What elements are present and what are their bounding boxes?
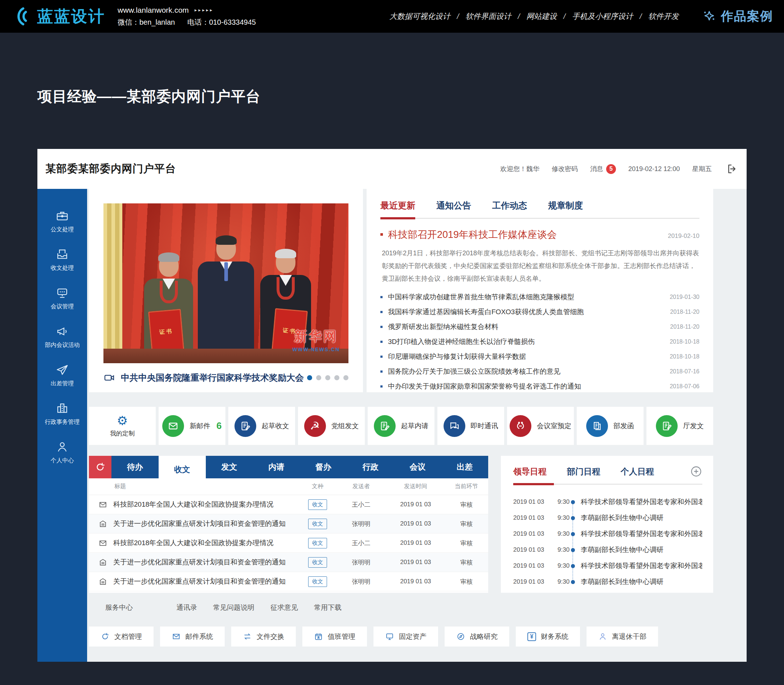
app-fixed-assets[interactable]: 固定资产	[374, 627, 438, 646]
schedule-entry[interactable]: 2019 01 039:30李萌副部长到生物中心调研	[513, 510, 702, 526]
carousel-caption[interactable]: 中共中央国务院隆重举行国家科学技术奖励大会	[121, 372, 304, 383]
link-service-center[interactable]: 服务中心	[105, 603, 133, 612]
carousel-dot[interactable]	[316, 375, 321, 380]
change-password-link[interactable]: 修改密码	[552, 164, 578, 173]
news-item[interactable]: 我国科学家通过基因编辑长寿蛋白FOXO3获得优质人类血管细胞2018-11-20	[381, 304, 700, 319]
news-item[interactable]: 中办印发关于做好国家勋章和国家荣誉称号提名评选工作的通知2018-07-06	[381, 379, 700, 394]
task-tab-meeting[interactable]: 会议	[394, 456, 441, 478]
news-item[interactable]: 俄罗斯研发出新型纳米磁性复合材料2018-11-20	[381, 319, 700, 334]
task-tab-supervision[interactable]: 督办	[300, 456, 347, 478]
schedule-entry[interactable]: 2019 01 039:30科学技术部领导看望外国老专家和外国老专家家属	[513, 526, 702, 542]
doc-type-badge: 收文	[308, 499, 327, 510]
action-draft-internal[interactable]: 起草内请	[368, 407, 434, 445]
carousel-dot[interactable]	[325, 375, 330, 380]
sidebar-item-label: 部内会议活动	[45, 341, 80, 349]
carousel-dot[interactable]	[343, 375, 348, 380]
messages-link[interactable]: 消息 5	[590, 164, 616, 174]
app-mail-system[interactable]: 邮件系统	[160, 627, 225, 646]
inbox-doc-icon	[55, 248, 69, 261]
tab-notices[interactable]: 通知公告	[436, 200, 471, 211]
envelope-icon	[162, 415, 184, 437]
doc-pen-icon	[656, 415, 678, 437]
nav-item-mobile[interactable]: 手机及小程序设计	[557, 11, 633, 21]
nav-item-bigdata[interactable]: 大数据可视化设计	[389, 11, 450, 21]
tab-department-schedule[interactable]: 部门日程	[567, 466, 600, 477]
carousel-dot[interactable]	[334, 375, 339, 380]
link-downloads[interactable]: 常用下载	[314, 603, 342, 612]
schedule-entry[interactable]: 2019 01 039:30李萌副部长到生物中心调研	[513, 542, 702, 558]
tab-personal-schedule[interactable]: 个人日程	[620, 466, 654, 477]
table-row[interactable]: 关于进一步优化国家重点研发计划项目和资金管理的通知 收文 张明明 2019 01…	[89, 572, 488, 591]
nav-item-software-ui[interactable]: 软件界面设计	[450, 11, 512, 21]
action-meeting-room-booking[interactable]: 会议室预定	[507, 407, 574, 445]
action-instant-messaging[interactable]: 即时通讯	[437, 407, 504, 445]
tab-regulations[interactable]: 规章制度	[548, 200, 583, 211]
link-faq[interactable]: 常见问题说明	[213, 603, 254, 612]
app-file-exchange[interactable]: 文件交换	[231, 627, 296, 646]
logout-icon[interactable]	[726, 163, 738, 175]
table-row[interactable]: 科技部2018年全国人大建议和全国政协提案办理情况 收文 王小二 2019 01…	[89, 495, 488, 514]
nav-item-dev[interactable]: 软件开发	[633, 11, 679, 21]
award-ceremony-photo[interactable]: 证书 证书	[104, 203, 348, 363]
portfolio-link[interactable]: 作品案例	[702, 8, 773, 25]
lanlan-logo-icon	[11, 6, 32, 27]
table-row[interactable]: 关于进一步优化国家重点研发计划项目和资金管理的通知 收文 张明明 2019 01…	[89, 514, 488, 534]
portal-content: 证书 证书	[87, 189, 747, 662]
mail-open-icon	[98, 577, 107, 586]
link-contacts[interactable]: 通讯录	[177, 603, 197, 612]
task-tab-incoming[interactable]: 收文	[159, 456, 206, 484]
entry-title: 科学技术部领导看望外国老专家和外国老专家家属	[581, 529, 702, 539]
tab-leader-schedule[interactable]: 领导日程	[513, 466, 547, 477]
news-item[interactable]: 印尼珊瑚礁保护与修复计划获得大量科学数据2018-10-18	[381, 349, 700, 364]
action-ministry-letter[interactable]: 部发函	[577, 407, 643, 445]
tab-work-trends[interactable]: 工作动态	[492, 200, 527, 211]
website-url[interactable]: www.lanlanwork.com	[118, 6, 189, 15]
app-retired-cadres[interactable]: 离退休干部	[586, 627, 658, 646]
portfolio-label: 作品案例	[721, 8, 773, 25]
carousel-dot[interactable]	[307, 375, 312, 380]
app-document-management[interactable]: 文档管理	[89, 627, 154, 646]
link-feedback[interactable]: 征求意见	[271, 603, 298, 612]
task-tab-outgoing[interactable]: 发文	[206, 456, 253, 478]
featured-title[interactable]: 科技部召开2019年科技工作媒体座谈会	[381, 228, 557, 241]
schedule-entry[interactable]: 2019 01 039:30李萌副部长到生物中心调研	[513, 574, 702, 590]
task-tab-admin[interactable]: 行政	[347, 456, 394, 478]
refresh-button[interactable]	[89, 456, 112, 478]
task-tab-todo[interactable]: 待办	[112, 456, 159, 478]
action-draft-incoming[interactable]: 起草收文	[228, 407, 295, 445]
row-date: 2019 01 03	[387, 558, 445, 566]
logo[interactable]: 蓝蓝设计	[11, 6, 105, 27]
sidebar-item-meetings[interactable]: 会议管理	[37, 279, 87, 317]
schedule-entry[interactable]: 2019 01 039:30科学技术部领导看望外国老专家和外国老专家家属	[513, 558, 702, 574]
building-icon	[55, 402, 69, 415]
mail-open-icon	[98, 558, 107, 567]
tab-recent-updates[interactable]: 最近更新	[381, 200, 415, 211]
news-item[interactable]: 3D打印植入物促进神经细胞生长以治疗脊髓损伤2018-10-18	[381, 334, 700, 349]
action-new-mail[interactable]: 新邮件 6	[159, 407, 225, 445]
sidebar-item-travel[interactable]: 出差管理	[37, 356, 87, 394]
app-duty-management[interactable]: 值班管理	[302, 627, 367, 646]
sidebar-item-admin[interactable]: 行政事务管理	[37, 394, 87, 433]
sidebar-item-personal[interactable]: 个人中心	[37, 433, 87, 471]
sidebar-item-documents[interactable]: 公文处理	[37, 202, 87, 240]
news-item[interactable]: 国务院办公厅关于加强三级公立医院绩效考核工作的意见2018-07-16	[381, 364, 700, 379]
task-tab-travel[interactable]: 出差	[441, 456, 488, 478]
entry-date: 2019 01 03	[513, 498, 557, 506]
schedule-entry[interactable]: 2019 01 039:30科学技术部领导看望外国老专家和外国老专家家属	[513, 494, 702, 510]
news-item-title: 国务院办公厅关于加强三级公立医院绩效考核工作的意见	[388, 367, 665, 376]
table-row[interactable]: 关于进一步优化国家重点研发计划项目和资金管理的通知 收文 张明明 2019 01…	[89, 553, 488, 572]
news-item[interactable]: 中国科学家成功创建世界首批生物节律紊乱体细胞克隆猴模型2019-01-30	[381, 289, 700, 304]
entry-time: 9:30	[557, 546, 573, 554]
action-party-dispatch[interactable]: ☭ 党组发文	[298, 407, 365, 445]
table-row[interactable]: 科技部2018年全国人大建议和全国政协提案办理情况 收文 王小二 2019 01…	[89, 534, 488, 553]
action-office-dispatch[interactable]: 厅发文	[646, 407, 713, 445]
add-schedule-icon[interactable]	[690, 465, 702, 477]
task-tab-internal[interactable]: 内请	[253, 456, 300, 478]
sidebar-item-activities[interactable]: 部内会议活动	[37, 317, 87, 356]
app-strategic-research[interactable]: 战略研究	[445, 627, 509, 646]
action-my-customization[interactable]: ⚙ 我的定制	[89, 407, 156, 445]
nav-item-website[interactable]: 网站建设	[511, 11, 557, 21]
bullet-icon	[381, 296, 382, 298]
sidebar-item-incoming[interactable]: 收文处理	[37, 240, 87, 279]
app-finance-system[interactable]: ¥ 财务系统	[516, 627, 580, 646]
